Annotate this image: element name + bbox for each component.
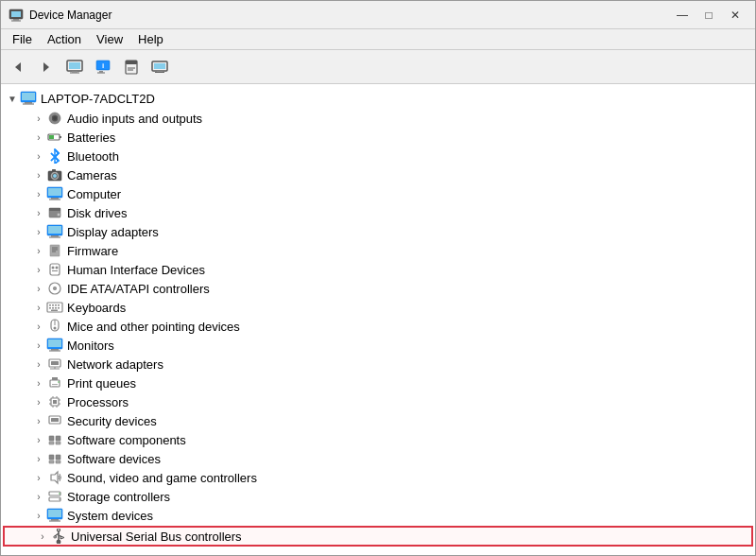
expand-arrow: › [31, 319, 46, 334]
usb-icon [50, 528, 67, 545]
list-item[interactable]: › Display adapters [1, 222, 755, 241]
list-item[interactable]: › Batteries [1, 128, 755, 147]
minimize-button[interactable]: — [670, 6, 695, 25]
mice-icon [46, 318, 63, 335]
svg-rect-67 [51, 310, 58, 312]
svg-rect-112 [49, 521, 60, 522]
expand-arrow: › [31, 375, 46, 391]
svg-rect-13 [97, 72, 105, 73]
toolbar-display-button[interactable] [146, 55, 173, 79]
list-item[interactable]: › Processors [1, 392, 755, 411]
svg-rect-96 [49, 436, 54, 441]
svg-rect-8 [72, 71, 77, 73]
menu-file[interactable]: File [5, 30, 40, 48]
svg-rect-64 [52, 307, 54, 309]
list-item[interactable]: › Human Interface Devices [1, 260, 755, 279]
root-expand-arrow: ▼ [5, 91, 20, 106]
window-controls: — □ ✕ [670, 6, 747, 25]
svg-rect-62 [58, 304, 60, 306]
svg-rect-34 [52, 169, 56, 172]
svg-rect-95 [51, 418, 59, 422]
item-label: Monitors [67, 339, 114, 353]
toolbar-properties-button[interactable] [118, 55, 145, 79]
item-label: Audio inputs and outputs [67, 112, 202, 126]
svg-point-57 [54, 287, 56, 289]
list-item[interactable]: › Mice and other pointing devices [1, 317, 755, 336]
menu-help[interactable]: Help [130, 30, 171, 48]
item-label: Security devices [67, 414, 157, 428]
toolbar-computer-button[interactable] [61, 55, 88, 79]
svg-rect-63 [49, 307, 51, 309]
svg-rect-23 [22, 93, 35, 100]
computer-icon [20, 90, 37, 107]
svg-point-108 [59, 498, 60, 500]
svg-rect-60 [52, 304, 54, 306]
list-item[interactable]: › Monitors [1, 336, 755, 355]
svg-rect-51 [50, 264, 60, 275]
item-label: Cameras [67, 168, 117, 182]
menu-view[interactable]: View [89, 30, 130, 48]
list-item[interactable]: › Security devices [1, 411, 755, 430]
svg-rect-74 [49, 351, 60, 352]
hid-icon [46, 261, 63, 278]
root-node[interactable]: ▼ LAPTOP-7ADCLT2D [1, 88, 755, 109]
list-item[interactable]: › Keyboards [1, 298, 755, 317]
svg-rect-45 [51, 235, 59, 237]
toolbar-back-button[interactable] [5, 55, 31, 79]
list-item[interactable]: › Cameras [1, 165, 755, 184]
expand-arrow: › [31, 451, 46, 466]
svg-rect-24 [25, 102, 32, 104]
firmware-icon [46, 242, 63, 259]
expand-arrow: › [31, 338, 46, 353]
audio-icon [46, 110, 63, 127]
list-item[interactable]: › Disk drives [1, 203, 755, 222]
svg-rect-38 [49, 200, 60, 200]
svg-rect-54 [52, 270, 58, 271]
svg-marker-104 [51, 472, 58, 483]
expand-arrow: › [31, 262, 46, 277]
expand-arrow: › [31, 300, 46, 315]
toolbar-forward-button[interactable] [33, 55, 60, 79]
item-label: Human Interface Devices [67, 263, 205, 277]
toolbar-info-button[interactable]: i [90, 55, 116, 79]
expand-arrow: › [31, 243, 46, 258]
list-item[interactable]: › Storage controllers [1, 487, 755, 506]
root-label: LAPTOP-7ADCLT2D [41, 92, 155, 106]
close-button[interactable]: ✕ [723, 6, 747, 25]
item-label: Storage controllers [67, 490, 170, 504]
list-item[interactable]: › Print queues [1, 374, 755, 392]
svg-rect-29 [60, 136, 61, 138]
list-item[interactable]: › Software components [1, 430, 755, 449]
svg-rect-98 [49, 442, 54, 444]
tree-view[interactable]: ▼ LAPTOP-7ADCLT2D › [1, 84, 755, 555]
svg-rect-61 [55, 304, 57, 306]
expand-arrow: › [31, 224, 46, 239]
list-item[interactable]: › Network adapters [1, 355, 755, 374]
menu-action[interactable]: Action [40, 30, 89, 48]
svg-rect-2 [13, 19, 19, 21]
list-item[interactable]: › Audio inputs and outputs [1, 109, 755, 128]
svg-rect-36 [48, 188, 61, 196]
usb-controllers-item[interactable]: › Universal Serial Bus controllers [3, 526, 753, 547]
maximize-button[interactable]: □ [696, 6, 721, 25]
list-item[interactable]: › Bluetooth [1, 147, 755, 165]
svg-rect-7 [69, 62, 80, 69]
list-item[interactable]: › Sound, video and game controllers [1, 468, 755, 487]
item-label: Keyboards [67, 301, 126, 315]
svg-point-27 [53, 116, 57, 120]
list-item[interactable]: › IDE ATA/ATAPI controllers [1, 279, 755, 298]
expand-arrow: › [31, 281, 46, 296]
item-label: Sound, video and game controllers [67, 471, 257, 485]
svg-rect-82 [52, 386, 58, 387]
list-item[interactable]: › Computer [1, 184, 755, 203]
list-item[interactable]: › Firmware [1, 241, 755, 260]
svg-marker-118 [60, 536, 64, 539]
expand-arrow: › [31, 205, 46, 220]
item-label: Computer [67, 187, 121, 201]
list-item[interactable]: › System devices [1, 506, 755, 525]
list-item[interactable]: › Software devices [1, 449, 755, 468]
ide-icon [46, 280, 63, 297]
item-label: Bluetooth [67, 149, 119, 164]
usb-expand-arrow: › [35, 529, 50, 544]
software-components-icon [46, 431, 63, 448]
